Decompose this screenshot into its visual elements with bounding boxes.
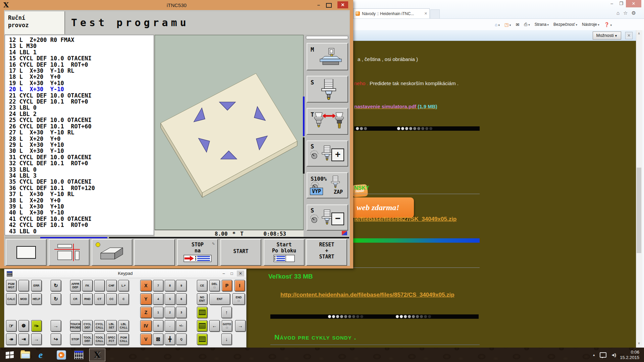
program-line-34[interactable]: 34 LBL 3 [9, 173, 95, 179]
taskbar-item-ie[interactable]: e [35, 349, 46, 361]
softkey-start[interactable]: START [220, 239, 261, 266]
program-line-37[interactable]: 37 L X+30 Y-10 RL [9, 191, 95, 197]
keypad-key-[interactable]: . [165, 320, 175, 331]
keypad-key-tool-def[interactable]: TOOL DEF [82, 334, 93, 345]
program-line-14[interactable]: 14 LBL 1 [9, 49, 95, 55]
keypad-key-5[interactable]: 5 [165, 293, 175, 305]
keypad-key-[interactable]: ⇥ [18, 334, 29, 345]
program-line-39[interactable]: 39 L X+30 Y+10 [9, 203, 95, 209]
browser-close-button[interactable]: ✕ [626, 0, 641, 7]
program-line-40[interactable]: 40 L X+30 Y-10 [9, 209, 95, 216]
program-line-13[interactable]: 13 L M30 [9, 43, 95, 49]
program-line-41[interactable]: 41 CYCL DEF 10.0 OTACENI [9, 216, 95, 222]
keypad-key-rnd[interactable]: RND [82, 293, 93, 305]
keypad-key-z[interactable]: Z [140, 307, 152, 318]
program-line-21[interactable]: 21 CYCL DEF 10.0 OTACENI [9, 93, 95, 99]
scrollbar-down-arrow[interactable]: ∨ [637, 341, 641, 347]
keypad-key-pgm-call[interactable]: PGM CALL [118, 334, 129, 345]
keypad-key-6[interactable]: 6 [176, 293, 186, 305]
keypad-maximize-button[interactable]: □ [228, 270, 235, 277]
browser-minimize-button[interactable]: – [607, 0, 616, 7]
keypad-key-x[interactable]: X [140, 280, 152, 291]
browser-restore-button[interactable]: ❐ [616, 0, 626, 7]
program-line-20[interactable]: 20 L X+30 Y-10 [9, 86, 95, 92]
program-line-30[interactable]: 30 L X+30 Y-10 [9, 148, 95, 154]
program-line-29[interactable]: 29 L X+30 Y+10 [9, 142, 95, 148]
network-icon[interactable] [600, 352, 606, 358]
program-line-35[interactable]: 35 CYCL DEF 10.0 OTACENI [9, 179, 95, 185]
keypad-key-ent[interactable]: ENT [209, 293, 230, 305]
keypad-key-[interactable]: → [31, 334, 42, 345]
tray-expand-icon[interactable]: ▲ [592, 353, 595, 357]
softkey-s100-override[interactable]: S100% VYP ZAP [307, 172, 348, 198]
keypad-key-cycl-def[interactable]: CYCL DEF [82, 320, 93, 331]
volume-icon[interactable]: ◄)) [611, 353, 615, 357]
program-line-33[interactable]: 33 LBL 0 [9, 167, 95, 173]
keypad-key-lbl-set[interactable]: LBL SET [106, 320, 117, 331]
keypad-key-cr[interactable]: CR [70, 293, 80, 305]
program-line-12[interactable]: 12 L Z+200 R0 FMAX [9, 37, 95, 43]
itnc-titlebar[interactable]: X iTNC530 [0, 0, 353, 10]
keypad-key-2[interactable]: 2 [165, 307, 175, 318]
browser-tab[interactable]: Návody :: Heidenhain iTNC... ✕ [353, 8, 430, 18]
itnc-close-button[interactable]: ✕ [337, 1, 348, 8]
keypad-key-v[interactable]: V [140, 334, 152, 345]
print-icon[interactable]: ⎙ [524, 22, 530, 27]
keypad-key-1[interactable]: 1 [153, 307, 163, 318]
keypad-close-button[interactable]: ✕ [237, 270, 244, 277]
keypad-key-[interactable]: ☸ [18, 320, 29, 331]
keypad-key-touch-probe[interactable]: TOUCH PROBE [70, 320, 80, 331]
keypad-key-[interactable]: ↠ [6, 334, 16, 345]
keypad-key-[interactable]: ← [209, 320, 220, 331]
keypad-key-cycl-call[interactable]: CYCL CALL [94, 320, 105, 331]
softkey-spindle-minus[interactable]: S − [307, 204, 348, 231]
zip-link-sk[interactable]: le/filebase/files/8827/SK_34049x05.zip [354, 216, 457, 223]
settings-gear-icon[interactable]: ⚙ [632, 10, 636, 16]
itnc-maximize-button[interactable] [326, 3, 332, 8]
program-listing-panel[interactable]: 12 L Z+200 R0 FMAX13 L M3014 LBL 115 CYC… [5, 35, 154, 235]
program-line-25[interactable]: 25 CYCL DEF 10.0 OTACENI [9, 117, 95, 123]
keypad-minimize-button[interactable]: – [220, 270, 227, 277]
keypad-key-[interactable]: ≡▸ [31, 320, 42, 331]
taskbar-clock[interactable]: 0:06 15.2.2015 [620, 350, 639, 360]
home-icon[interactable]: ⌂ [616, 10, 620, 16]
program-line-19[interactable]: 19 L X+30 Y+10 [9, 80, 95, 86]
notification-close-button[interactable]: ✕ [625, 32, 633, 39]
keypad-key-[interactable]: → [235, 320, 246, 331]
keypad-key-q[interactable]: Q [176, 334, 186, 345]
keypad-key-pgm-mgt[interactable]: PGM MGT [6, 280, 16, 291]
keypad-key-ce[interactable]: CE [197, 280, 207, 291]
keypad-key[interactable] [18, 280, 29, 291]
softkey-empty[interactable] [134, 239, 175, 266]
program-line-15[interactable]: 15 CYCL DEF 10.0 OTACENI [9, 55, 95, 61]
keypad-titlebar[interactable]: Keypad – □ ✕ [4, 269, 246, 278]
taskbar-item-mediaplayer[interactable]: ▶ [56, 349, 67, 361]
program-line-17[interactable]: 17 L X+30 Y-10 RL [9, 68, 95, 74]
new-tab-button[interactable] [430, 9, 440, 19]
softkey-spindle-plus[interactable]: S + [307, 140, 348, 167]
keypad-key[interactable] [197, 334, 207, 345]
start-button[interactable] [4, 349, 15, 361]
keypad-key-4[interactable]: 4 [153, 293, 163, 305]
keypad-key-no-ent[interactable]: NO ENT [197, 293, 207, 305]
keypad-key-[interactable]: → [51, 320, 61, 331]
keypad-key-spec-fct[interactable]: SPEC FCT [106, 334, 117, 345]
program-line-24[interactable]: 24 LBL 2 [9, 111, 95, 117]
program-line-38[interactable]: 38 L X+20 Y+0 [9, 197, 95, 203]
keypad-key-help[interactable]: HELP [31, 293, 42, 305]
program-line-18[interactable]: 18 L X+20 Y+0 [9, 74, 95, 80]
program-line-43[interactable]: 43 LBL 0 [9, 228, 95, 234]
program-line-22[interactable]: 22 CYCL DEF 10.1 ROT+0 [9, 99, 95, 105]
softkey-reset-start[interactable]: RESET + START [306, 239, 347, 266]
keypad-key-3[interactable]: 3 [176, 307, 186, 318]
keypad-key-[interactable]: ⊠ [153, 334, 163, 345]
keypad-key-[interactable]: ↑ [221, 307, 232, 318]
program-line-26[interactable]: 26 CYCL DEF 10.1 ROT+60 [9, 123, 95, 129]
pdf-link[interactable]: nastavenie simulatora.pdf (1,9 MB) [354, 104, 437, 109]
softkey-view-3d[interactable] [92, 239, 132, 266]
tab-close-icon[interactable]: ✕ [424, 11, 427, 16]
softkey-view-plan[interactable] [6, 239, 47, 266]
keypad-key-tool-call[interactable]: TOOL CALL [94, 334, 105, 345]
softkey-s[interactable]: S [307, 76, 348, 103]
keypad-key-lbl-call[interactable]: LBL CALL [118, 320, 129, 331]
